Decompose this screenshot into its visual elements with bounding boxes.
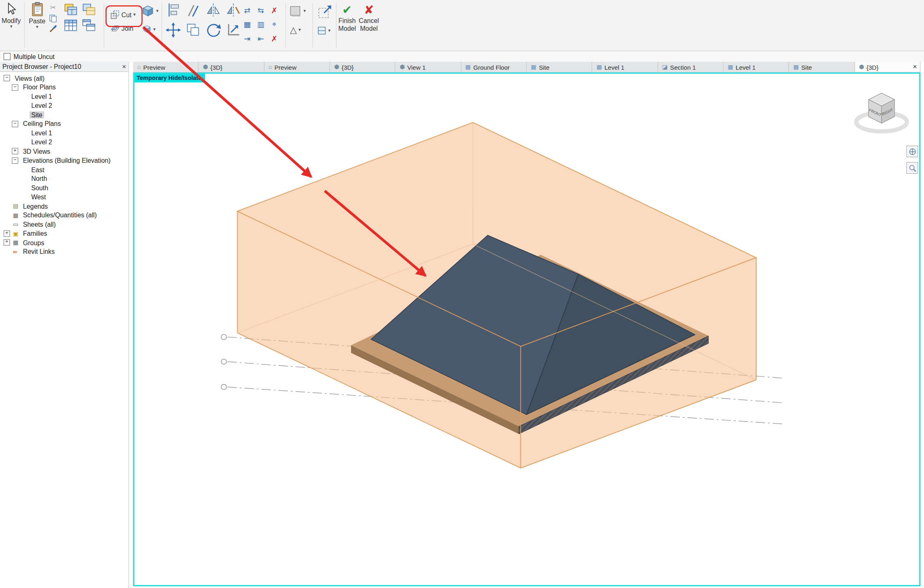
join-geometry-icon [111, 25, 120, 32]
tree-item[interactable]: West [0, 192, 128, 201]
tree-item-icon: ▩ [13, 239, 21, 246]
tree-item[interactable]: + 3D Views [0, 147, 128, 156]
tree-item[interactable]: East [0, 165, 128, 174]
paste-dropdown-icon[interactable]: ▾ [36, 25, 39, 29]
delete-button[interactable]: ✗ [267, 3, 281, 17]
paint-dropdown-icon[interactable]: ▾ [156, 9, 159, 14]
cancel-model-button[interactable]: ✘ Cancel Model [358, 4, 380, 32]
split-with-gap-button[interactable]: ⇆ [254, 3, 267, 17]
zoom-button[interactable] [906, 162, 918, 174]
view-tab[interactable]: ⬢ {3D} [330, 62, 396, 72]
tree-item[interactable]: ▤ Legends [0, 201, 128, 210]
view-tab[interactable]: ⌂ Preview [265, 62, 330, 72]
model-scene[interactable] [135, 74, 919, 585]
tree-item[interactable]: ∞ Revit Links [0, 247, 128, 256]
overlapping-windows-icon[interactable] [64, 3, 78, 16]
demolish-button[interactable]: ▾ [143, 25, 156, 34]
temporary-hide-isolate-badge[interactable]: Temporary Hide/Isolate [135, 74, 205, 82]
tree-item-label: Elevations (Building Elevation) [21, 157, 112, 164]
tree-item[interactable]: South [0, 183, 128, 192]
view-tab[interactable]: ▦ Site [527, 62, 593, 72]
cut-to-clipboard-icon[interactable]: ✂ [50, 4, 56, 12]
view-tab-icon: ▦ [465, 64, 471, 70]
tree-item[interactable]: Level 1 [0, 128, 128, 137]
draw-polygon-button[interactable]: △ ▾ [290, 25, 301, 35]
table-icon[interactable] [64, 19, 78, 32]
tree-expander-icon[interactable]: − [12, 84, 18, 91]
tree-item[interactable]: Level 1 [0, 92, 128, 101]
trim-extend-multiple-button[interactable]: ⇤ [254, 31, 267, 45]
draw-dropdown-icon[interactable]: ▾ [303, 9, 306, 14]
copy-button[interactable] [186, 23, 201, 38]
split-element-button[interactable]: ⇄ [240, 3, 254, 17]
tree-item[interactable]: North [0, 174, 128, 183]
view-tab[interactable]: ⌂ Preview [133, 62, 199, 72]
trim-extend-button[interactable] [226, 23, 241, 38]
view-tab[interactable]: ◪ Section 1 [658, 62, 723, 72]
trim-extend-single-button[interactable]: ⇥ [240, 31, 254, 45]
scale-button[interactable]: ▥ [254, 17, 267, 31]
view-tab[interactable]: ▦ Level 1 [592, 62, 658, 72]
tree-item[interactable]: Level 2 [0, 101, 128, 110]
tree-expander-icon[interactable]: − [12, 121, 18, 127]
tree-item[interactable]: − Views (all) [0, 74, 128, 83]
cut-geometry-button[interactable]: Cut ▾ [109, 8, 137, 22]
tree-expander-icon[interactable]: + [12, 148, 18, 155]
viewcube[interactable]: FRONT RIGHT [853, 87, 910, 141]
tree-item[interactable]: Level 2 [0, 138, 128, 147]
windows-grid-icon[interactable] [82, 3, 96, 16]
steering-wheel-button[interactable] [906, 146, 918, 157]
mirror-pick-axis-button[interactable] [205, 2, 221, 18]
offset-button[interactable] [186, 2, 201, 18]
tree-item[interactable]: + ▩ Groups [0, 238, 128, 247]
tree-expander-icon[interactable]: − [12, 157, 18, 164]
modify-button[interactable]: Modify ▾ [0, 2, 23, 29]
tree-item[interactable]: ▭ Sheets (all) [0, 220, 128, 229]
double-table-icon[interactable] [82, 19, 96, 32]
match-properties-icon[interactable] [49, 25, 57, 33]
tree-expander-icon[interactable]: + [4, 230, 10, 237]
project-browser-header[interactable]: Project Browser - Project10 × [0, 62, 128, 72]
tree-item[interactable]: Site [0, 110, 128, 119]
finish-model-button[interactable]: ✔ Finish Model [337, 4, 357, 32]
cut-dropdown-icon[interactable]: ▾ [133, 12, 136, 17]
select-panel-dropdown-icon[interactable]: ▾ [10, 24, 12, 29]
paint-button[interactable]: ▾ [141, 5, 159, 18]
draw-rectangle-button[interactable]: ▾ [289, 5, 306, 18]
mirror-draw-axis-button[interactable] [226, 2, 241, 18]
rotate-button[interactable] [205, 23, 221, 38]
unpin-button[interactable]: ✗ [267, 31, 281, 45]
paste-button[interactable]: Paste ▾ [27, 2, 48, 30]
create-form-button[interactable] [317, 5, 332, 20]
polygon-dropdown-icon[interactable]: ▾ [299, 28, 301, 32]
project-browser-close-icon[interactable]: × [122, 62, 126, 71]
xray-dropdown-icon[interactable]: ▾ [328, 28, 331, 33]
pin-button[interactable]: ⌖ [267, 17, 281, 31]
view-tab-icon: ⬢ [859, 64, 864, 70]
tree-item-icon: ▤ [13, 203, 21, 210]
demolish-dropdown-icon[interactable]: ▾ [153, 27, 156, 31]
join-button[interactable]: Join [111, 25, 133, 32]
tree-expander-icon[interactable]: + [4, 239, 10, 246]
tree-item[interactable]: − Floor Plans [0, 83, 128, 92]
view-tab[interactable]: ⬢ {3D} [855, 62, 920, 72]
move-button[interactable] [166, 23, 181, 38]
view-tab[interactable]: ⬢ {3D} [199, 62, 265, 72]
drawing-area[interactable]: Temporary Hide/Isolate [133, 73, 921, 586]
multiple-uncut-checkbox[interactable] [4, 53, 11, 60]
view-tab[interactable]: ▦ Level 1 [723, 62, 789, 72]
view-tab-close-icon[interactable]: × [913, 62, 917, 71]
tree-item[interactable]: − Elevations (Building Elevation) [0, 156, 128, 165]
xray-button[interactable]: ▾ [317, 26, 331, 35]
view-tab[interactable]: ⬢ View 1 [396, 62, 461, 72]
tree-expander-icon[interactable]: − [4, 75, 10, 82]
align-button[interactable] [166, 2, 181, 18]
tree-item-label: Level 1 [30, 130, 54, 137]
tree-item[interactable]: − Ceiling Plans [0, 119, 128, 128]
view-tab[interactable]: ▦ Site [789, 62, 855, 72]
copy-icon[interactable] [49, 14, 57, 22]
view-tab[interactable]: ▦ Ground Floor [461, 62, 527, 72]
array-button[interactable]: ▦ [240, 17, 254, 31]
tree-item[interactable]: ▦ Schedules/Quantities (all) [0, 211, 128, 220]
tree-item[interactable]: + ▣ Families [0, 229, 128, 238]
